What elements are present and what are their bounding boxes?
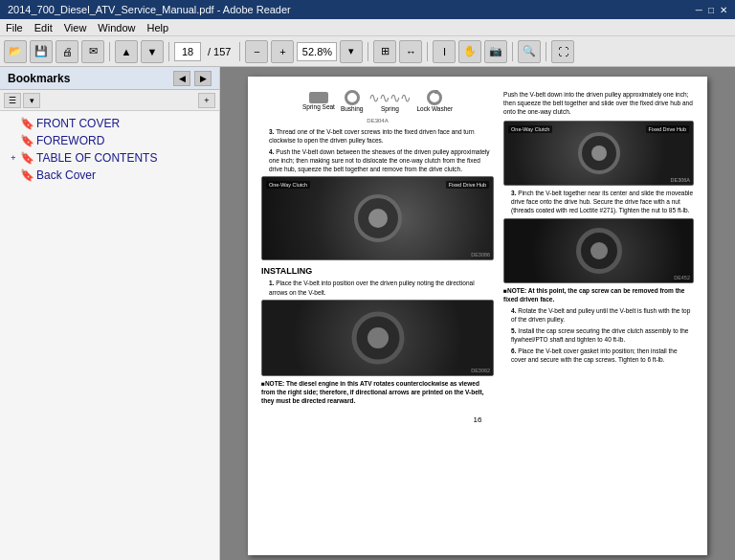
bookmark-icon: 🔖 xyxy=(21,118,33,129)
sidebar-options-button[interactable]: ▶ xyxy=(194,71,212,86)
zoom-in-button[interactable]: + xyxy=(271,40,294,63)
page-total: / 157 xyxy=(204,46,234,57)
diagram-ref: DE304A xyxy=(261,118,494,123)
bookmark-toc[interactable]: + 🔖 TABLE OF CONTENTS xyxy=(0,149,219,167)
separator-2 xyxy=(168,42,169,61)
bookmark-toolbar: ☰ ▾ + xyxy=(0,90,219,111)
bookmark-back-cover[interactable]: 🔖 Back Cover xyxy=(0,167,219,184)
img3-ref: DE3062 xyxy=(471,368,490,373)
fixed-drive-hub-label: Fixed Drive Hub xyxy=(646,125,689,133)
bushing-shape: Bushing xyxy=(341,90,364,112)
sidebar-title: Bookmarks xyxy=(8,72,70,85)
fit-page-button[interactable]: ⊞ xyxy=(373,40,396,63)
drive-hub-overlay: Fixed Drive Hub xyxy=(446,181,489,189)
bookmark-icon-4: 🔖 xyxy=(21,169,33,181)
bookmark-foreword[interactable]: 🔖 FOREWORD xyxy=(0,132,219,149)
zoom-out-button[interactable]: − xyxy=(245,40,268,63)
snapshot-tool-button[interactable]: 📷 xyxy=(484,40,507,63)
menu-bar: File Edit View Window Help xyxy=(0,19,735,36)
sidebar: Bookmarks ◀ ▶ ☰ ▾ + 🔖 FRONT COVER 🔖 FORE… xyxy=(0,67,220,560)
bm-tool-2[interactable]: ▾ xyxy=(23,93,40,108)
separator-7 xyxy=(546,42,546,61)
find-button[interactable]: 🔍 xyxy=(518,40,541,63)
step-4-text: 4. Push the V-belt down between the shea… xyxy=(261,147,494,173)
spring-seat-shape: Spring Seat xyxy=(302,92,335,110)
install-note: ■NOTE: The diesel engine in this ATV rot… xyxy=(261,379,494,405)
expand-icon-2 xyxy=(8,135,19,146)
step-2-right: Push the V-belt down into the driven pul… xyxy=(503,90,694,116)
install-photo: DE3062 xyxy=(261,300,494,376)
expand-icon xyxy=(8,118,19,129)
spring-seat-label: Spring Seat xyxy=(302,103,335,110)
menu-edit[interactable]: Edit xyxy=(34,22,53,34)
bookmark-icon-2: 🔖 xyxy=(21,135,33,146)
save-button[interactable]: 💾 xyxy=(30,40,53,63)
right-photo-1: One-Way Clutch Fixed Drive Hub DE306A xyxy=(503,121,694,186)
sidebar-controls: ◀ ▶ xyxy=(173,71,212,86)
separator-3 xyxy=(239,42,240,61)
parts-diagram: Spring Seat Bushing ∿∿∿∿ Spring xyxy=(261,90,494,112)
pdf-right-column: Push the V-belt down into the driven pul… xyxy=(503,90,694,408)
install-step-1: 1. Place the V-belt into position over t… xyxy=(261,279,494,296)
email-button[interactable]: ✉ xyxy=(81,40,104,63)
bookmark-front-cover-label: FRONT COVER xyxy=(36,117,120,130)
full-screen-button[interactable]: ⛶ xyxy=(551,40,574,63)
spring-shape: ∿∿∿∿ Spring xyxy=(368,90,411,112)
page-number: 16 xyxy=(261,415,694,424)
maximize-button[interactable]: □ xyxy=(708,5,714,15)
pdf-viewer[interactable]: Spring Seat Bushing ∿∿∿∿ Spring xyxy=(220,67,735,560)
window-title: 2014_700_Diesel_ATV_Service_Manual.pdf -… xyxy=(8,4,291,15)
sidebar-collapse-button[interactable]: ◀ xyxy=(173,71,190,86)
back-button[interactable]: ▲ xyxy=(115,40,138,63)
bookmark-list: 🔖 FRONT COVER 🔖 FOREWORD + 🔖 TABLE OF CO… xyxy=(0,111,219,560)
minimize-button[interactable]: ─ xyxy=(696,5,702,15)
close-button[interactable]: ✕ xyxy=(720,5,727,15)
one-way-clutch-label: One-Way Clutch xyxy=(508,125,552,133)
fit-width-button[interactable]: ↔ xyxy=(399,40,422,63)
expand-icon-3: + xyxy=(8,152,19,164)
forward-button[interactable]: ▼ xyxy=(141,40,164,63)
zoom-input[interactable] xyxy=(297,42,337,61)
select-tool-button[interactable]: I xyxy=(433,40,456,63)
installing-heading: INSTALLING xyxy=(261,266,494,276)
separator-6 xyxy=(512,42,513,61)
lock-washer-shape: Lock Washer xyxy=(416,90,453,112)
bookmark-front-cover[interactable]: 🔖 FRONT COVER xyxy=(0,115,219,132)
lock-washer-label: Lock Washer xyxy=(416,105,453,112)
spring-label: Spring xyxy=(381,105,399,112)
pdf-page: Spring Seat Bushing ∿∿∿∿ Spring xyxy=(248,77,707,555)
bookmark-toc-label: TABLE OF CONTENTS xyxy=(36,151,157,165)
print-button[interactable]: 🖨 xyxy=(56,40,78,63)
hand-tool-button[interactable]: ✋ xyxy=(458,40,481,63)
pdf-left-column: Spring Seat Bushing ∿∿∿∿ Spring xyxy=(261,90,494,408)
menu-file[interactable]: File xyxy=(6,22,23,34)
clutch-photo-main: One-Way Clutch Fixed Drive Hub DE3086 xyxy=(261,176,494,260)
right-photo-2: DE452 xyxy=(503,218,694,283)
expand-icon-4 xyxy=(8,169,19,181)
menu-view[interactable]: View xyxy=(64,22,87,34)
img2-ref: DE3086 xyxy=(471,252,490,258)
menu-help[interactable]: Help xyxy=(146,22,168,34)
zoom-dropdown-button[interactable]: ▾ xyxy=(340,40,363,63)
page-number-input[interactable] xyxy=(174,42,201,61)
bushing-label: Bushing xyxy=(341,105,364,112)
step-3-text: 3. Thread one of the V-belt cover screws… xyxy=(261,127,494,145)
bm-add-button[interactable]: + xyxy=(198,93,215,108)
step-6-right: 6. Place the V-belt cover gasket into po… xyxy=(503,347,694,364)
bookmark-back-cover-label: Back Cover xyxy=(36,168,96,182)
note-right: ■NOTE: At this point, the cap screw can … xyxy=(503,286,694,303)
menu-window[interactable]: Window xyxy=(98,22,135,34)
bookmark-foreword-label: FOREWORD xyxy=(36,134,104,147)
window-controls: ─ □ ✕ xyxy=(696,5,727,15)
step-5-right: 5. Install the cap screw securing the dr… xyxy=(503,326,694,344)
separator-5 xyxy=(427,42,428,61)
open-button[interactable]: 📂 xyxy=(4,40,27,63)
step-3-right: 3. Pinch the V-belt together near its ce… xyxy=(503,189,694,214)
bookmark-icon-3: 🔖 xyxy=(21,152,33,164)
toolbar: 📂 💾 🖨 ✉ ▲ ▼ / 157 − + ▾ ⊞ ↔ I ✋ 📷 🔍 ⛶ xyxy=(0,36,735,67)
step-4-right: 4. Rotate the V-belt and pulley until th… xyxy=(503,306,694,324)
sidebar-header: Bookmarks ◀ ▶ xyxy=(0,67,219,90)
bm-tool-1[interactable]: ☰ xyxy=(4,93,21,108)
clutch-label-overlay: One-Way Clutch xyxy=(266,181,310,189)
separator-1 xyxy=(109,42,110,61)
